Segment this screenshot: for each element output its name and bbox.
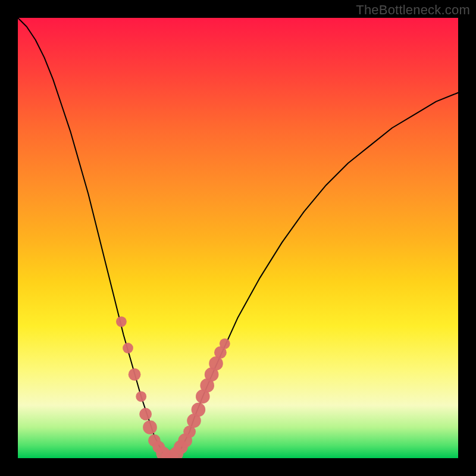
watermark-text: TheBottleneck.com: [356, 2, 470, 18]
svg-point-16: [192, 403, 206, 417]
svg-point-0: [116, 317, 127, 327]
svg-point-22: [220, 339, 230, 349]
svg-point-1: [123, 343, 133, 353]
chart-svg: [18, 18, 458, 458]
svg-point-3: [136, 392, 146, 402]
curve-markers: [116, 317, 230, 458]
svg-point-4: [139, 408, 152, 421]
chart-plot: [18, 18, 458, 458]
bottleneck-curve: [18, 18, 458, 458]
svg-point-5: [143, 420, 157, 434]
svg-point-2: [129, 368, 141, 381]
chart-frame: TheBottleneck.com: [0, 0, 476, 476]
